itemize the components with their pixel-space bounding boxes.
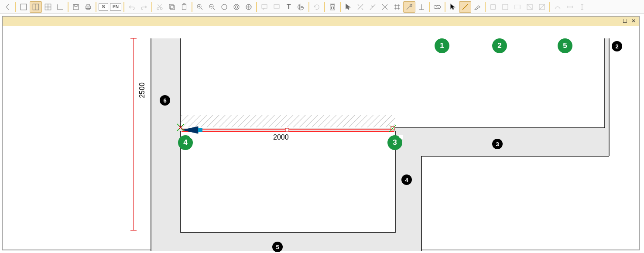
svg-rect-7 bbox=[75, 4, 77, 7]
svg-rect-47 bbox=[515, 5, 520, 9]
svg-rect-9 bbox=[87, 4, 89, 6]
svg-rect-29 bbox=[274, 4, 279, 8]
dimension-horizontal-label: 2000 bbox=[273, 133, 289, 141]
view-grid-button[interactable] bbox=[42, 1, 54, 13]
shape-1-button[interactable] bbox=[487, 1, 499, 13]
separator bbox=[324, 2, 325, 12]
palette-button[interactable] bbox=[295, 1, 307, 13]
svg-point-37 bbox=[333, 8, 334, 9]
zoom-fit-button[interactable] bbox=[218, 1, 230, 13]
separator bbox=[429, 2, 430, 12]
dim-2-button[interactable] bbox=[576, 1, 588, 13]
marker-black-3: 3 bbox=[492, 139, 503, 149]
snap-intersection-button[interactable] bbox=[379, 1, 391, 13]
undo-button[interactable] bbox=[126, 1, 138, 13]
zoom-out-button[interactable] bbox=[206, 1, 218, 13]
svg-rect-46 bbox=[503, 4, 508, 10]
svg-point-36 bbox=[331, 8, 332, 9]
svg-rect-13 bbox=[169, 4, 173, 8]
svg-line-22 bbox=[213, 8, 215, 10]
svg-point-26 bbox=[235, 6, 238, 8]
snap-midpoint-button[interactable] bbox=[367, 1, 379, 13]
svg-line-49 bbox=[527, 4, 532, 10]
svg-point-24 bbox=[222, 4, 227, 10]
floor-plan bbox=[3, 17, 639, 250]
zoom-in-button[interactable] bbox=[194, 1, 206, 13]
edit-line-button[interactable] bbox=[471, 1, 483, 13]
svg-point-34 bbox=[331, 7, 332, 8]
separator bbox=[256, 2, 257, 12]
select-button[interactable] bbox=[342, 1, 354, 13]
drawing-canvas[interactable]: ☐ ✕ bbox=[2, 16, 640, 250]
shape-5-button[interactable] bbox=[536, 1, 548, 13]
separator bbox=[68, 2, 69, 12]
draw-line-button[interactable] bbox=[459, 1, 471, 13]
svg-point-30 bbox=[299, 5, 300, 6]
separator bbox=[96, 2, 96, 12]
text-button[interactable]: T bbox=[283, 1, 295, 13]
view-split-button[interactable] bbox=[30, 1, 42, 13]
comment-button[interactable] bbox=[258, 1, 271, 13]
svg-rect-0 bbox=[21, 4, 27, 10]
svg-rect-14 bbox=[171, 6, 175, 10]
snap-grid-button[interactable] bbox=[391, 1, 403, 13]
separator bbox=[340, 2, 341, 12]
svg-rect-28 bbox=[262, 4, 267, 8]
marker-black-4: 4 bbox=[401, 174, 412, 185]
svg-line-18 bbox=[201, 8, 202, 10]
svg-rect-70 bbox=[198, 128, 202, 132]
separator bbox=[485, 2, 486, 12]
separator bbox=[549, 2, 550, 12]
pn-mode-button[interactable]: PN bbox=[110, 3, 121, 11]
floor-plan-svg bbox=[3, 17, 641, 251]
arc-button[interactable] bbox=[552, 1, 564, 13]
view-l-button[interactable] bbox=[54, 1, 66, 13]
snap-wall-button[interactable] bbox=[403, 1, 415, 13]
zoom-region-button[interactable] bbox=[230, 1, 243, 13]
paste-button[interactable] bbox=[178, 1, 190, 13]
svg-rect-65 bbox=[285, 128, 289, 132]
zoom-extents-button[interactable] bbox=[243, 1, 255, 13]
shape-3-button[interactable] bbox=[511, 1, 524, 13]
copy-button[interactable] bbox=[166, 1, 178, 13]
svg-point-25 bbox=[234, 4, 239, 10]
shape-2-button[interactable] bbox=[499, 1, 511, 13]
separator bbox=[151, 2, 152, 12]
note-button[interactable] bbox=[271, 1, 283, 13]
toolbar: S PN T bbox=[0, 0, 644, 14]
pointer-button[interactable] bbox=[447, 1, 459, 13]
svg-rect-62 bbox=[181, 115, 395, 127]
save-button[interactable] bbox=[70, 1, 82, 13]
marker-green-5: 5 bbox=[558, 38, 572, 53]
s-mode-button[interactable]: S bbox=[99, 3, 108, 11]
svg-rect-6 bbox=[73, 4, 79, 10]
marker-green-3: 3 bbox=[387, 135, 402, 150]
marker-green-4: 4 bbox=[178, 135, 193, 150]
svg-marker-69 bbox=[182, 126, 198, 133]
separator bbox=[445, 2, 445, 12]
shape-4-button[interactable] bbox=[524, 1, 536, 13]
calculator-button[interactable] bbox=[326, 1, 339, 13]
marker-green-2: 2 bbox=[492, 38, 507, 53]
print-button[interactable] bbox=[82, 1, 94, 13]
separator bbox=[192, 2, 192, 12]
separator bbox=[15, 2, 16, 12]
svg-rect-33 bbox=[331, 4, 334, 6]
dim-1-button[interactable] bbox=[564, 1, 576, 13]
svg-rect-45 bbox=[491, 4, 496, 9]
cut-button[interactable] bbox=[154, 1, 166, 13]
marker-black-6: 6 bbox=[160, 95, 170, 106]
separator bbox=[308, 2, 309, 12]
snap-perpendicular-button[interactable] bbox=[415, 1, 428, 13]
marker-black-5: 5 bbox=[272, 242, 283, 252]
view-outline-button[interactable] bbox=[17, 1, 30, 13]
refresh-button[interactable] bbox=[311, 1, 323, 13]
dimension-vertical-label: 2500 bbox=[138, 82, 146, 98]
back-button[interactable] bbox=[2, 1, 14, 13]
link-button[interactable] bbox=[431, 1, 443, 13]
snap-endpoint-button[interactable] bbox=[354, 1, 367, 13]
svg-point-31 bbox=[299, 7, 300, 8]
redo-button[interactable] bbox=[138, 1, 150, 13]
separator bbox=[123, 2, 124, 12]
marker-green-1: 1 bbox=[435, 38, 449, 53]
